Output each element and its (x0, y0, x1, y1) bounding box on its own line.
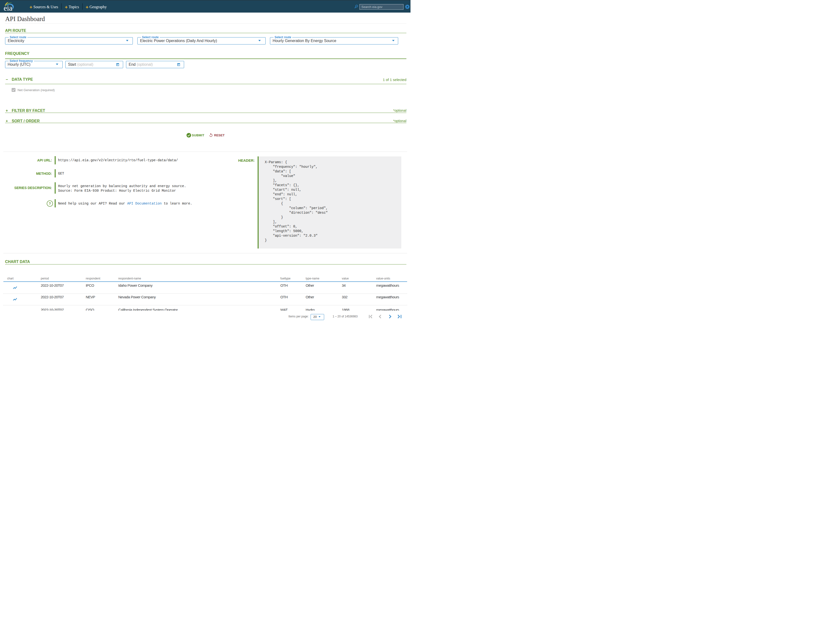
svg-text:?: ? (49, 202, 51, 205)
svg-text:eia: eia (4, 4, 12, 12)
